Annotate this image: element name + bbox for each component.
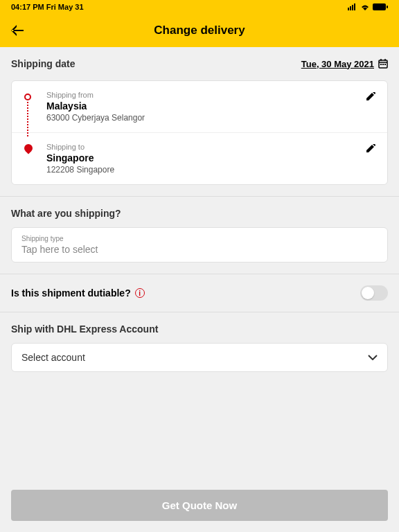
get-quote-button[interactable]: Get Quote Now xyxy=(11,490,388,521)
header: Change delivery xyxy=(0,14,399,47)
calendar-icon xyxy=(378,59,388,69)
svg-rect-0 xyxy=(348,8,349,10)
chevron-down-icon xyxy=(368,355,378,360)
from-sublabel: Shipping from xyxy=(46,91,145,99)
page-title: Change delivery xyxy=(11,24,388,37)
account-select[interactable]: Select account xyxy=(11,343,388,372)
origin-marker-icon xyxy=(24,94,31,100)
status-bar: 04:17 PM Fri May 31 xyxy=(0,0,399,14)
dutiable-question: Is this shipment dutiable? xyxy=(11,287,131,299)
dutiable-section: Is this shipment dutiable? i xyxy=(0,274,399,312)
shipping-type-label: Shipping type xyxy=(21,235,378,242)
dutiable-toggle[interactable] xyxy=(360,285,388,301)
destination-marker-icon xyxy=(24,144,33,152)
route-card: Shipping from Malaysia 63000 Cyberjaya S… xyxy=(11,80,388,185)
svg-rect-10 xyxy=(380,64,382,65)
svg-rect-5 xyxy=(387,6,388,8)
route-line-icon xyxy=(27,102,28,136)
svg-rect-3 xyxy=(354,3,355,10)
shipping-type-section: What are you shipping? Shipping type Tap… xyxy=(0,197,399,274)
account-placeholder: Select account xyxy=(21,352,85,363)
from-country: Malaysia xyxy=(46,100,145,112)
shipping-type-input[interactable]: Shipping type Tap here to select xyxy=(11,227,388,263)
svg-rect-12 xyxy=(384,64,386,65)
svg-rect-11 xyxy=(382,64,384,65)
route-to: Shipping to Singapore 122208 Singapore xyxy=(12,133,387,184)
footer: Get Quote Now xyxy=(0,479,399,532)
shipping-type-placeholder: Tap here to select xyxy=(21,244,378,255)
signal-icon xyxy=(348,3,357,10)
wifi-icon xyxy=(360,3,370,10)
svg-rect-4 xyxy=(373,3,386,10)
from-address: 63000 Cyberjaya Selangor xyxy=(46,113,145,123)
status-time: 04:17 PM Fri May 31 xyxy=(11,3,84,11)
svg-rect-1 xyxy=(350,6,351,10)
account-section: Ship with DHL Express Account Select acc… xyxy=(0,312,399,383)
to-address: 122208 Singapore xyxy=(46,165,114,175)
svg-rect-2 xyxy=(352,5,353,10)
shipping-date-section: Shipping date Tue, 30 May 2021 Shipping … xyxy=(0,47,399,196)
edit-from-button[interactable] xyxy=(365,91,376,102)
edit-to-button[interactable] xyxy=(365,143,376,154)
status-indicators xyxy=(348,3,388,10)
to-country: Singapore xyxy=(46,152,114,163)
to-sublabel: Shipping to xyxy=(46,143,114,151)
shipping-date-value[interactable]: Tue, 30 May 2021 xyxy=(301,59,388,69)
back-button[interactable] xyxy=(11,25,25,36)
route-from: Shipping from Malaysia 63000 Cyberjaya S… xyxy=(12,81,387,133)
info-icon[interactable]: i xyxy=(135,288,145,298)
account-label: Ship with DHL Express Account xyxy=(11,323,388,335)
shipping-date-label: Shipping date xyxy=(11,58,76,69)
battery-icon xyxy=(373,3,388,10)
shipping-type-question: What are you shipping? xyxy=(11,208,388,219)
